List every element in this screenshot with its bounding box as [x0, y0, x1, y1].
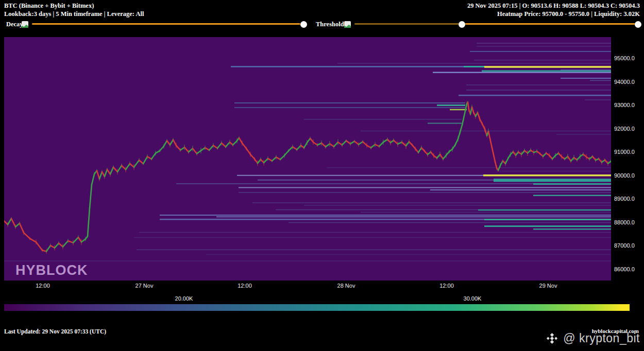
candle-up-segment — [81, 239, 86, 242]
candle-down-segment — [59, 243, 63, 247]
candle-down-segment — [113, 167, 117, 172]
candle-down-segment — [313, 142, 317, 145]
candle-down-segment — [167, 141, 170, 145]
decay-label: Decay — [6, 21, 23, 28]
candle-down-segment — [415, 149, 418, 152]
candle-up-segment — [326, 144, 330, 147]
candle-down-segment — [488, 131, 490, 141]
time-tick-label: 28 Nov — [337, 283, 355, 289]
threshold-slider-track-high[interactable] — [462, 23, 640, 25]
candle-down-segment — [4, 221, 8, 224]
candle-down-segment — [558, 153, 562, 157]
candle-down-segment — [255, 159, 258, 163]
candle-up-segment — [264, 159, 268, 163]
candle-down-segment — [184, 147, 189, 152]
candle-up-segment — [458, 132, 460, 139]
candle-down-segment — [549, 155, 552, 159]
candle-up-segment — [233, 141, 237, 145]
candle-up-segment — [92, 174, 94, 185]
candle-down-segment — [387, 139, 391, 143]
liquidation-heatmap-chart[interactable]: HYBLOCK — [4, 37, 611, 280]
candle-up-segment — [446, 151, 449, 155]
candle-down-segment — [78, 237, 81, 242]
settings-line: Lookback:3 days | 5 Min timeframe | Leve… — [4, 10, 144, 18]
price-tick-label: 88000.0 — [614, 219, 635, 225]
candle-down-segment — [30, 239, 36, 242]
candle-up-segment — [258, 160, 261, 163]
candle-up-segment — [63, 241, 68, 247]
candle-up-segment — [443, 155, 446, 159]
candle-up-segment — [8, 219, 11, 224]
candle-up-segment — [170, 140, 173, 145]
price-tick-label: 94000.0 — [614, 79, 635, 85]
time-tick-label: 12:00 — [36, 283, 50, 289]
threshold-slider-handle-low[interactable] — [459, 21, 465, 28]
candle-down-segment — [97, 171, 99, 179]
candle-down-segment — [480, 119, 482, 124]
candle-down-segment — [592, 156, 596, 160]
candle-down-segment — [409, 142, 412, 145]
candle-down-segment — [346, 141, 350, 144]
candle-up-segment — [498, 166, 500, 170]
candle-down-segment — [293, 147, 297, 150]
candle-up-segment — [383, 139, 387, 142]
candle-up-segment — [406, 142, 409, 146]
candle-up-segment — [189, 149, 193, 152]
candle-down-segment — [107, 169, 110, 174]
candle-up-segment — [334, 142, 338, 147]
candle-up-segment — [543, 153, 546, 156]
candle-down-segment — [330, 144, 334, 146]
candle-down-segment — [261, 160, 264, 163]
candle-down-segment — [122, 166, 126, 170]
candle-down-segment — [239, 138, 242, 143]
candle-down-segment — [173, 140, 176, 146]
decay-slider-track[interactable] — [32, 23, 300, 25]
candle-down-segment — [250, 154, 255, 159]
candle-up-segment — [379, 142, 383, 146]
candle-down-segment — [205, 148, 209, 150]
price-tick-label: 87000.0 — [614, 242, 635, 249]
decay-slider-handle[interactable] — [300, 21, 307, 28]
candle-up-segment — [289, 147, 293, 151]
decay-info-icon[interactable] — [22, 21, 28, 28]
candle-down-segment — [50, 245, 55, 248]
candle-up-segment — [151, 153, 156, 159]
threshold-slider-track-low[interactable] — [354, 23, 462, 25]
credit-watermark: @ krypton_bit — [545, 331, 640, 345]
candle-down-segment — [431, 152, 434, 155]
candle-up-segment — [73, 237, 78, 242]
price-tick-label: 92000.0 — [614, 126, 635, 132]
candle-up-segment — [577, 156, 580, 160]
price-tick-label: 86000.0 — [614, 266, 635, 272]
price-tick-label: 93000.0 — [614, 102, 635, 108]
candle-down-segment — [440, 154, 443, 159]
price-tick-label: 91000.0 — [614, 149, 635, 155]
candle-down-segment — [139, 160, 143, 164]
candle-down-segment — [568, 156, 571, 161]
candle-up-segment — [126, 164, 130, 169]
candle-up-segment — [117, 166, 122, 172]
candle-up-segment — [297, 146, 301, 150]
candle-down-segment — [421, 148, 425, 151]
threshold-label: Threshold — [316, 21, 344, 28]
credit-handle: @ krypton_bit — [563, 331, 640, 345]
binance-logo-icon — [545, 331, 559, 345]
candle-up-segment — [160, 146, 164, 151]
header-right: 29 Nov 2025 07:15 | O: 90513.6 H: 90588 … — [467, 2, 640, 18]
candle-down-segment — [367, 146, 371, 148]
candle-up-segment — [437, 154, 440, 158]
price-tick-label: 89000.0 — [614, 196, 635, 202]
candle-down-segment — [363, 142, 367, 145]
threshold-info-icon[interactable] — [344, 21, 351, 28]
candle-down-segment — [242, 143, 246, 149]
candle-down-segment — [478, 113, 480, 119]
hyblock-watermark: HYBLOCK — [15, 262, 88, 278]
candle-down-segment — [246, 149, 250, 154]
candle-up-segment — [350, 141, 354, 144]
candle-up-segment — [156, 151, 160, 153]
candle-down-segment — [402, 142, 406, 146]
symbol-title: BTC (Binance + Bybit + Bitmex) — [4, 2, 144, 10]
threshold-slider-handle-high[interactable] — [635, 21, 641, 28]
candle-up-segment — [15, 223, 20, 227]
chart-canvas — [4, 37, 611, 280]
